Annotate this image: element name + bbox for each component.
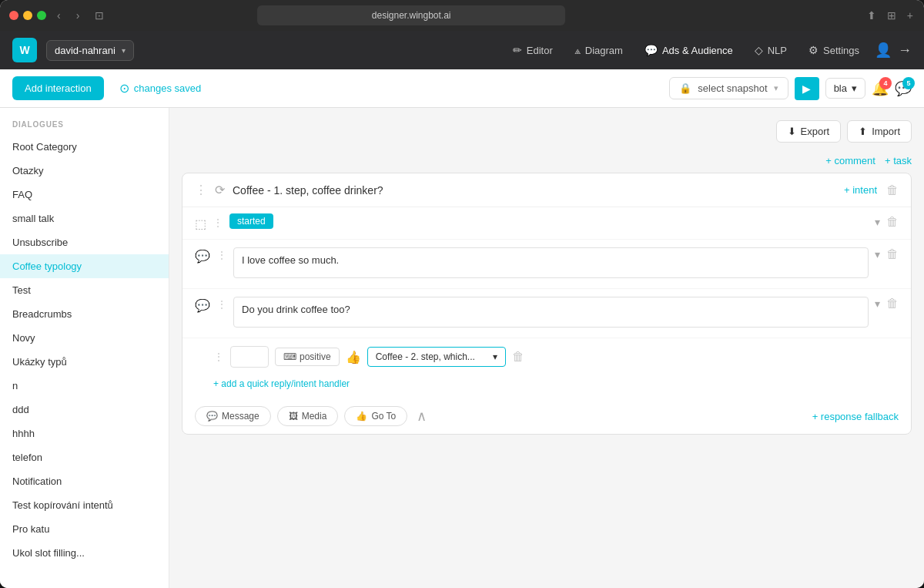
sidebar-item-novy[interactable]: Novy xyxy=(0,326,169,350)
message1-menu-icon[interactable]: ⋮ xyxy=(216,249,227,261)
delete-reply-button[interactable]: 🗑 xyxy=(512,350,524,364)
bla-selector[interactable]: bla ▾ xyxy=(825,78,865,99)
changes-saved-indicator: ⊙ changes saved xyxy=(119,81,201,96)
nav-item-nlp[interactable]: ◇ NLP xyxy=(745,39,796,61)
task-link[interactable]: + task xyxy=(885,155,912,166)
nav-editor-label: Editor xyxy=(527,45,553,56)
nav-item-ads-audience[interactable]: 💬 Ads & Audience xyxy=(635,39,742,61)
media-footer-icon: 🖼 xyxy=(289,411,298,422)
main-layout: DIALOGUES Root Category Otazky FAQ small… xyxy=(0,108,924,588)
export-button[interactable]: ⬇ Export xyxy=(776,120,842,143)
titlebar: ‹ › ⊡ designer.wingbot.ai ⬆ ⊞ + xyxy=(0,0,924,31)
tab-view-button[interactable]: ⊡ xyxy=(93,8,105,23)
delete-interaction-button[interactable]: 🗑 xyxy=(886,183,899,197)
minimize-traffic-light[interactable] xyxy=(23,11,32,20)
forward-button[interactable]: › xyxy=(72,8,85,23)
interaction-card: ⋮ ⟳ Coffee - 1. step, coffee drinker? + … xyxy=(182,173,912,435)
goto-footer-icon: 👍 xyxy=(356,411,367,422)
workspace-selector[interactable]: david-nahrani ▾ xyxy=(46,40,134,61)
response-fallback-link[interactable]: + response fallback xyxy=(812,411,899,422)
sidebar-item-notification[interactable]: Notification xyxy=(0,469,169,493)
message2-content: Do you drink coffee too? xyxy=(233,297,869,330)
media-footer-button[interactable]: 🖼 Media xyxy=(277,406,339,426)
drag-handle-icon[interactable]: ⋮ xyxy=(195,183,207,197)
reply-menu-icon[interactable]: ⋮ xyxy=(213,351,224,363)
message1-input[interactable]: I love coffee so much. xyxy=(233,247,869,278)
message1-collapse-icon[interactable]: ▾ xyxy=(875,248,880,260)
sidebar-item-test-kopirovani[interactable]: Test kopírování intentů xyxy=(0,493,169,517)
interaction-title: Coffee - 1. step, coffee drinker? xyxy=(233,184,836,197)
sidebar-item-unsubscribe[interactable]: Unsubscribe xyxy=(0,230,169,254)
content-header: ⬇ Export ⬆ Import xyxy=(182,120,912,143)
add-quick-reply[interactable]: + add a quick reply/intent handler xyxy=(182,375,911,398)
sidebar-item-breadcrumbs[interactable]: Breadcrumbs xyxy=(0,302,169,326)
started-block: ⬚ ⋮ started ▾ 🗑 xyxy=(182,207,911,240)
message1-block: 💬 ⋮ I love coffee so much. ▾ 🗑 xyxy=(182,240,911,289)
sidebar-item-faq[interactable]: FAQ xyxy=(0,183,169,207)
nav-ads-label: Ads & Audience xyxy=(662,45,733,56)
sidebar-item-otazky[interactable]: Otazky xyxy=(0,159,169,183)
sidebar-item-hhhh[interactable]: hhhh xyxy=(0,422,169,445)
message2-input[interactable]: Do you drink coffee too? xyxy=(233,297,869,328)
sidebar-item-ukol-slot-filling[interactable]: Ukol slot filling... xyxy=(0,541,169,565)
back-button[interactable]: ‹ xyxy=(52,8,65,23)
toolbar: Add interaction ⊙ changes saved 🔒 select… xyxy=(0,69,924,108)
message2-collapse-icon[interactable]: ▾ xyxy=(875,297,880,310)
message2-menu-icon[interactable]: ⋮ xyxy=(216,298,227,311)
notification-badge: 4 xyxy=(879,77,892,89)
sidebar-item-root-category[interactable]: Root Category xyxy=(0,135,169,159)
nav-item-editor[interactable]: ✏ Editor xyxy=(504,39,562,61)
logout-button[interactable]: → xyxy=(898,42,912,59)
new-tab-button[interactable]: ⊞ xyxy=(886,8,898,23)
snapshot-icon: 🔒 xyxy=(679,82,691,94)
add-interaction-button[interactable]: Add interaction xyxy=(12,76,104,100)
sidebar-item-telefon[interactable]: telefon xyxy=(0,445,169,469)
sidebar-item-coffee-typology[interactable]: Coffee typology xyxy=(0,254,169,278)
snapshot-go-button[interactable]: ▶ xyxy=(795,77,819,100)
delete-message2-button[interactable]: 🗑 xyxy=(886,297,899,311)
goto-footer-button[interactable]: 👍 Go To xyxy=(344,406,407,426)
maximize-traffic-light[interactable] xyxy=(37,11,46,20)
message2-actions: ▾ 🗑 xyxy=(875,297,899,311)
dialogues-label: DIALOGUES xyxy=(0,108,169,135)
share-button[interactable]: ⬆ xyxy=(865,8,878,23)
add-window-button[interactable]: + xyxy=(906,8,915,23)
workspace-chevron-icon: ▾ xyxy=(122,46,126,55)
collapse-all-button[interactable]: ∧ xyxy=(417,408,427,425)
thumbs-up-icon[interactable]: 👍 xyxy=(346,350,361,365)
sidebar-item-n[interactable]: n xyxy=(0,374,169,398)
traffic-lights xyxy=(9,11,46,20)
sidebar-item-ddd[interactable]: ddd xyxy=(0,398,169,422)
nav-diagram-label: Diagram xyxy=(585,45,623,56)
started-tag: started xyxy=(229,213,273,229)
message-footer-button[interactable]: 💬 Message xyxy=(195,406,271,426)
message2-icon: 💬 xyxy=(195,298,210,313)
nav-settings-label: Settings xyxy=(823,45,859,56)
logo: W xyxy=(12,38,37,62)
nav-item-settings[interactable]: ⚙ Settings xyxy=(799,39,869,61)
url-text: designer.wingbot.ai xyxy=(372,10,451,21)
nav-nlp-label: NLP xyxy=(768,45,787,56)
sidebar-item-test[interactable]: Test xyxy=(0,278,169,302)
close-traffic-light[interactable] xyxy=(9,11,18,20)
delete-message1-button[interactable]: 🗑 xyxy=(886,247,899,261)
reply-tag-input[interactable] xyxy=(230,346,269,368)
add-intent-button[interactable]: + intent xyxy=(844,184,877,196)
delete-block-button[interactable]: 🗑 xyxy=(886,215,899,229)
goto-selector[interactable]: Coffee - 2. step, which... ▾ xyxy=(367,347,506,367)
message1-actions: ▾ 🗑 xyxy=(875,247,899,261)
sidebar-item-small-talk[interactable]: small talk xyxy=(0,207,169,230)
nav-items: ✏ Editor ⟁ Diagram 💬 Ads & Audience ◇ NL… xyxy=(504,39,869,61)
block-menu-icon[interactable]: ⋮ xyxy=(213,217,223,229)
export-label: Export xyxy=(801,126,830,137)
import-button[interactable]: ⬆ Import xyxy=(847,120,912,143)
snapshot-selector[interactable]: 🔒 select snapshot ▾ xyxy=(669,77,788,99)
nav-item-diagram[interactable]: ⟁ Diagram xyxy=(565,39,632,61)
sidebar-item-ukazky-typu[interactable]: Ukázky typů xyxy=(0,350,169,374)
comment-link[interactable]: + comment xyxy=(825,155,875,166)
sidebar-item-pro-katu[interactable]: Pro katu xyxy=(0,517,169,541)
avatar-button[interactable]: 👤 xyxy=(875,42,892,59)
content-area: ⬇ Export ⬆ Import + comment + task ⋮ ⟳ xyxy=(169,108,924,588)
import-icon: ⬆ xyxy=(859,126,867,137)
collapse-icon[interactable]: ▾ xyxy=(875,216,880,228)
